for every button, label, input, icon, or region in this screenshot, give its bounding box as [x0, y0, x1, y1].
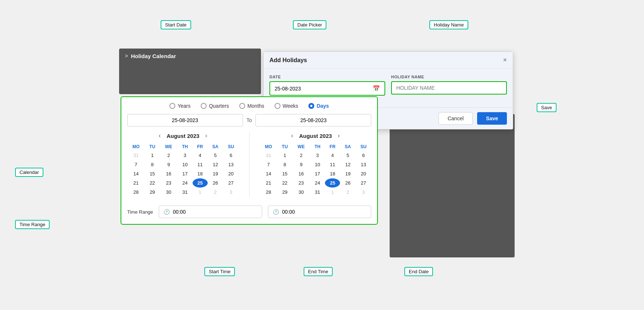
calendar-day[interactable]: 14 — [127, 169, 145, 178]
calendar-day[interactable]: 19 — [208, 169, 223, 178]
annotation-date-picker: Date Picker — [293, 20, 326, 29]
calendar-day[interactable]: 5 — [340, 151, 355, 160]
calendar-day[interactable]: 7 — [127, 160, 145, 169]
holiday-name-form-group: HOLIDAY NAME — [391, 75, 507, 96]
calendar-day[interactable]: 8 — [145, 160, 160, 169]
radio-quarters[interactable]: Quarters — [201, 103, 229, 109]
annotation-end-date: End Date — [404, 267, 433, 276]
calendar-day[interactable]: 1 — [277, 151, 292, 160]
date-input[interactable] — [275, 86, 373, 92]
end-time-input-container[interactable]: 🕐 — [268, 206, 371, 218]
calendar-day[interactable]: 24 — [178, 178, 193, 188]
right-cal-month-year: August 2023 — [299, 133, 332, 139]
radio-days-circle — [308, 103, 314, 109]
calendar-day[interactable]: 6 — [356, 151, 371, 160]
calendar-day[interactable]: 29 — [277, 188, 292, 197]
cancel-button[interactable]: Cancel — [439, 112, 473, 125]
calendar-day[interactable]: 18 — [325, 169, 340, 178]
start-time-input-container[interactable]: 🕐 — [159, 206, 262, 218]
calendar-day[interactable]: 2 — [292, 151, 310, 160]
save-button-modal[interactable]: Save — [477, 112, 507, 125]
calendar-day[interactable]: 17 — [310, 169, 325, 178]
calendar-day[interactable]: 3 — [356, 188, 371, 197]
calendar-day[interactable]: 13 — [356, 160, 371, 169]
holiday-name-input-container[interactable] — [391, 81, 507, 95]
calendar-day[interactable]: 12 — [340, 160, 355, 169]
end-time-input[interactable] — [282, 209, 366, 215]
calendar-day[interactable]: 20 — [223, 169, 239, 178]
radio-months[interactable]: Months — [239, 103, 264, 109]
calendar-day[interactable]: 30 — [292, 188, 310, 197]
calendar-day[interactable]: 16 — [292, 169, 310, 178]
calendar-day[interactable]: 2 — [160, 151, 178, 160]
calendar-day[interactable]: 4 — [325, 151, 340, 160]
calendar-day[interactable]: 21 — [127, 178, 145, 188]
calendar-day[interactable]: 27 — [356, 178, 371, 188]
right-cal-prev[interactable]: ‹ — [291, 132, 293, 139]
start-time-input[interactable] — [173, 209, 257, 215]
calendar-day[interactable]: 19 — [340, 169, 355, 178]
calendar-day[interactable]: 4 — [193, 151, 208, 160]
calendar-day[interactable]: 2 — [208, 188, 223, 197]
calendar-day[interactable]: 13 — [223, 160, 239, 169]
calendar-day[interactable]: 20 — [356, 169, 371, 178]
calendar-day[interactable]: 12 — [208, 160, 223, 169]
calendar-day[interactable]: 14 — [260, 169, 278, 178]
calendar-day[interactable]: 22 — [277, 178, 292, 188]
calendar-day[interactable]: 9 — [292, 160, 310, 169]
calendar-day[interactable]: 3 — [178, 151, 193, 160]
right-cal-next[interactable]: › — [338, 132, 340, 139]
calendar-day[interactable]: 3 — [223, 188, 239, 197]
calendar-day[interactable]: 18 — [193, 169, 208, 178]
calendar-day[interactable]: 26 — [208, 178, 223, 188]
calendar-day[interactable]: 29 — [145, 188, 160, 197]
calendar-day[interactable]: 1 — [145, 151, 160, 160]
calendar-day[interactable]: 10 — [178, 160, 193, 169]
calendar-day[interactable]: 23 — [160, 178, 178, 188]
calendar-day[interactable]: 28 — [260, 188, 278, 197]
calendar-day[interactable]: 16 — [160, 169, 178, 178]
col-tu: TU — [145, 143, 160, 151]
calendar-day[interactable]: 6 — [223, 151, 239, 160]
calendar-day[interactable]: 24 — [310, 178, 325, 188]
calendar-day[interactable]: 8 — [277, 160, 292, 169]
col-sa: SA — [208, 143, 223, 151]
calendar-day[interactable]: 5 — [208, 151, 223, 160]
form-row: Date 📅 HOLIDAY NAME — [269, 75, 507, 96]
holiday-name-input[interactable] — [396, 85, 502, 91]
calendar-day[interactable]: 11 — [325, 160, 340, 169]
calendar-day[interactable]: 11 — [193, 160, 208, 169]
calendar-day[interactable]: 17 — [178, 169, 193, 178]
calendar-day[interactable]: 7 — [260, 160, 278, 169]
calendar-day[interactable]: 27 — [223, 178, 239, 188]
radio-weeks[interactable]: Weeks — [275, 103, 298, 109]
calendar-day[interactable]: 31 — [310, 188, 325, 197]
calendar-day[interactable]: 31 — [178, 188, 193, 197]
radio-days[interactable]: Days — [308, 103, 329, 109]
calendar-day[interactable]: 10 — [310, 160, 325, 169]
calendar-day[interactable]: 15 — [145, 169, 160, 178]
calendar-day[interactable]: 3 — [310, 151, 325, 160]
date-input-container[interactable]: 📅 — [269, 81, 385, 96]
calendar-day[interactable]: 31 — [260, 151, 278, 160]
calendar-day[interactable]: 25 — [193, 178, 208, 188]
calendar-day[interactable]: 23 — [292, 178, 310, 188]
calendar-day[interactable]: 30 — [160, 188, 178, 197]
left-cal-prev[interactable]: ‹ — [159, 132, 161, 139]
calendar-day[interactable]: 2 — [340, 188, 355, 197]
calendar-day[interactable]: 22 — [145, 178, 160, 188]
calendar-day[interactable]: 1 — [325, 188, 340, 197]
calendar-day[interactable]: 26 — [340, 178, 355, 188]
modal-close-button[interactable]: × — [503, 56, 507, 64]
start-date-input[interactable] — [127, 114, 243, 127]
calendar-day[interactable]: 1 — [193, 188, 208, 197]
end-date-input[interactable] — [255, 114, 371, 127]
calendar-day[interactable]: 9 — [160, 160, 178, 169]
radio-years[interactable]: Years — [169, 103, 190, 109]
calendar-day[interactable]: 28 — [127, 188, 145, 197]
calendar-day[interactable]: 25 — [325, 178, 340, 188]
calendar-day[interactable]: 21 — [260, 178, 278, 188]
calendar-day[interactable]: 15 — [277, 169, 292, 178]
calendar-day[interactable]: 31 — [127, 151, 145, 160]
left-cal-next[interactable]: › — [205, 132, 207, 139]
